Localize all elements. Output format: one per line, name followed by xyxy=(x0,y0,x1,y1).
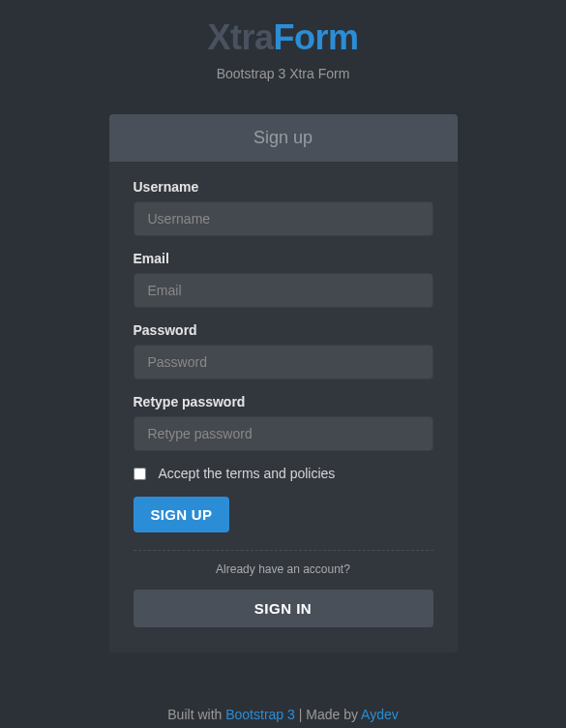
card-body: Username Email Password Retype password … xyxy=(109,162,458,652)
email-group: Email xyxy=(134,251,433,308)
password-input[interactable] xyxy=(134,345,433,379)
aydev-link[interactable]: Aydev xyxy=(361,707,399,722)
divider xyxy=(134,550,433,551)
terms-group: Accept the terms and policies xyxy=(134,466,433,481)
retype-password-input[interactable] xyxy=(134,416,433,451)
tagline: Bootstrap 3 Xtra Form xyxy=(0,66,566,81)
username-input[interactable] xyxy=(134,201,433,236)
retype-password-label: Retype password xyxy=(134,394,433,410)
logo-part2: Form xyxy=(274,17,359,57)
terms-checkbox[interactable] xyxy=(134,468,146,480)
signin-button[interactable]: SIGN IN xyxy=(134,590,433,627)
retype-password-group: Retype password xyxy=(134,394,433,451)
logo-part1: Xtra xyxy=(207,17,273,57)
logo: XtraForm xyxy=(0,17,566,58)
bootstrap-link[interactable]: Bootstrap 3 xyxy=(225,707,295,722)
username-label: Username xyxy=(134,179,433,195)
signup-card: Sign up Username Email Password Retype p… xyxy=(109,114,458,652)
footer-separator: | Made by xyxy=(295,707,361,722)
page-header: XtraForm Bootstrap 3 Xtra Form xyxy=(0,0,566,81)
username-group: Username xyxy=(134,179,433,236)
signup-button[interactable]: SIGN UP xyxy=(134,497,230,532)
footer-built-with: Built with xyxy=(167,707,225,722)
email-input[interactable] xyxy=(134,273,433,308)
email-label: Email xyxy=(134,251,433,266)
password-label: Password xyxy=(134,322,433,338)
password-group: Password xyxy=(134,322,433,379)
card-title: Sign up xyxy=(109,114,458,162)
page-footer: Built with Bootstrap 3 | Made by Aydev xyxy=(0,707,566,722)
already-text: Already have an account? xyxy=(134,562,433,576)
terms-label: Accept the terms and policies xyxy=(159,466,336,481)
